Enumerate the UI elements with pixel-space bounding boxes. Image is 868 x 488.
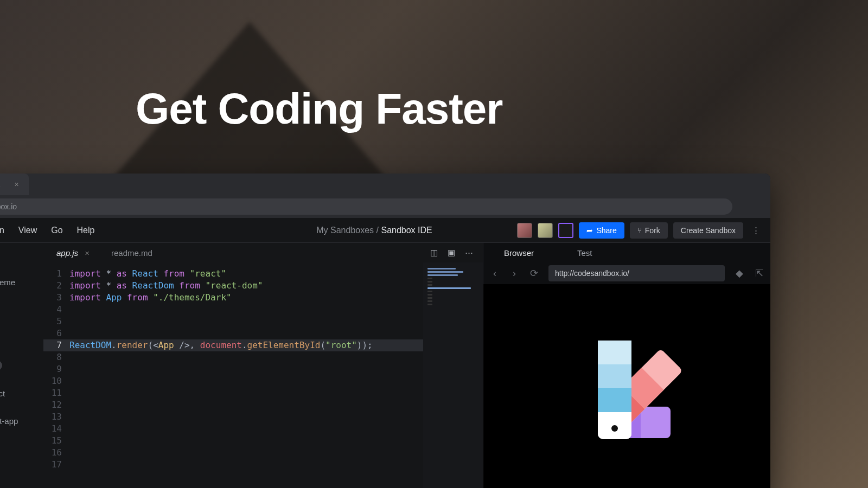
svg-rect-8 — [598, 388, 631, 412]
line-number: 1 — [43, 268, 69, 280]
code-line[interactable]: 17 — [43, 459, 423, 471]
svg-point-10 — [611, 425, 618, 432]
swatch-icon — [573, 337, 681, 446]
reload-icon[interactable]: ⟳ — [529, 267, 539, 279]
avatar[interactable] — [558, 223, 573, 238]
back-icon[interactable]: ‹ — [490, 268, 500, 279]
code-line[interactable]: 8 — [43, 351, 423, 363]
code-line[interactable]: 4 — [43, 304, 423, 316]
main-content: k Theme tie 234 React react-app app.js ×… — [0, 243, 770, 488]
code-line[interactable]: 6 — [43, 328, 423, 339]
menu-item[interactable]: ction — [0, 226, 4, 235]
fork-button[interactable]: ⑂ Fork — [630, 222, 668, 239]
code-line[interactable]: 11 — [43, 387, 423, 399]
code-line[interactable]: 2import * as ReactDom from "react-dom" — [43, 280, 423, 292]
line-number: 10 — [43, 375, 69, 387]
sidebar: k Theme tie 234 React react-app — [0, 243, 43, 488]
sidebar-item[interactable]: tie — [0, 305, 38, 314]
line-number: 8 — [43, 351, 69, 363]
menu-item[interactable]: View — [18, 226, 37, 235]
browser-tab[interactable]: box × — [0, 174, 29, 195]
toggle-switch[interactable] — [0, 361, 2, 370]
tab-label: app.js — [56, 248, 78, 258]
headline: Get Coding Faster — [136, 84, 502, 134]
avatar[interactable] — [517, 223, 532, 238]
address-text: dbox.io — [0, 202, 17, 211]
sidebar-template[interactable]: react-app — [0, 416, 38, 426]
tab-inactive[interactable]: readme.md — [111, 248, 152, 258]
line-number: 6 — [43, 328, 69, 339]
forward-icon[interactable]: › — [509, 268, 519, 279]
menu-bar: ction View Go Help — [0, 226, 94, 235]
close-icon[interactable]: × — [85, 248, 90, 258]
close-icon[interactable]: × — [15, 180, 19, 189]
code-line[interactable]: 9 — [43, 363, 423, 375]
fork-label: Fork — [645, 226, 660, 235]
browser-tabstrip: box × — [0, 174, 770, 195]
tab-test[interactable]: Test — [577, 248, 592, 258]
code-line[interactable]: 7ReactDOM.render(<App />, document.getEl… — [43, 339, 423, 351]
create-label: Create Sandbox — [681, 226, 736, 235]
menu-item[interactable]: Go — [51, 226, 62, 235]
preview-column: Browser Test ‹ › ⟳ http://codesandbox.io… — [483, 243, 770, 488]
code-line[interactable]: 5 — [43, 316, 423, 328]
breadcrumb: My Sandboxes / Sandbox IDE — [316, 226, 432, 235]
code-line[interactable]: 10 — [43, 375, 423, 387]
svg-rect-6 — [598, 341, 631, 364]
browser-tab-label: box — [0, 180, 1, 189]
line-number: 12 — [43, 399, 69, 411]
preview-url-bar[interactable]: http://codesandbox.io/ — [548, 265, 725, 281]
create-sandbox-button[interactable]: Create Sandbox — [673, 222, 743, 239]
code-line[interactable]: 16 — [43, 447, 423, 459]
sidebar-framework: React — [0, 389, 38, 398]
breadcrumb-parent[interactable]: My Sandboxes — [316, 226, 374, 235]
preview-nav: ‹ › ⟳ http://codesandbox.io/ ◆ ⇱ — [483, 262, 770, 284]
code-line[interactable]: 14 — [43, 423, 423, 435]
svg-rect-7 — [598, 364, 631, 388]
more-icon[interactable]: ⋮ — [749, 226, 763, 235]
preview-tabs: Browser Test — [483, 243, 770, 262]
share-icon: ➦ — [586, 226, 593, 235]
preview-body — [483, 284, 770, 488]
more-icon[interactable]: ⋯ — [465, 248, 473, 258]
share-label: Share — [596, 226, 616, 235]
grid-icon[interactable]: ◆ — [735, 267, 744, 279]
app-window: box × dbox.io ction View Go Help My Sand… — [0, 174, 770, 488]
code-line[interactable]: 13 — [43, 411, 423, 423]
code-editor[interactable]: 1import * as React from "react"2import *… — [43, 262, 423, 488]
line-number: 15 — [43, 435, 69, 447]
line-number: 9 — [43, 363, 69, 375]
avatar[interactable] — [538, 223, 553, 238]
code-line[interactable]: 12 — [43, 399, 423, 411]
line-number: 5 — [43, 316, 69, 328]
share-button[interactable]: ➦ Share — [579, 222, 624, 239]
line-number: 11 — [43, 387, 69, 399]
editor-column: app.js × readme.md ◫ ▣ ⋯ 1import * as Re… — [43, 243, 483, 488]
line-number: 16 — [43, 447, 69, 459]
layout-icon[interactable]: ▣ — [448, 248, 455, 258]
line-number: 7 — [43, 339, 69, 351]
tab-browser[interactable]: Browser — [504, 248, 534, 258]
split-icon[interactable]: ◫ — [430, 248, 438, 258]
code-line[interactable]: 1import * as React from "react" — [43, 268, 423, 280]
line-number: 2 — [43, 280, 69, 292]
breadcrumb-sep: / — [376, 226, 381, 235]
line-number: 4 — [43, 304, 69, 316]
line-number: 17 — [43, 459, 69, 471]
line-number: 3 — [43, 292, 69, 304]
address-bar[interactable]: dbox.io — [0, 198, 732, 215]
fork-icon: ⑂ — [637, 226, 642, 235]
line-number: 14 — [43, 423, 69, 435]
minimap[interactable] — [423, 262, 483, 488]
menu-item[interactable]: Help — [77, 226, 95, 235]
address-row: dbox.io — [0, 195, 770, 218]
breadcrumb-current: Sandbox IDE — [381, 226, 432, 235]
editor-tabs: app.js × readme.md ◫ ▣ ⋯ — [43, 243, 483, 262]
sidebar-theme[interactable]: k Theme — [0, 278, 38, 287]
tab-active[interactable]: app.js × — [56, 248, 90, 258]
line-number: 13 — [43, 411, 69, 423]
sidebar-count: 234 — [0, 333, 38, 342]
code-line[interactable]: 3import App from "./themes/Dark" — [43, 292, 423, 304]
code-line[interactable]: 15 — [43, 435, 423, 447]
popout-icon[interactable]: ⇱ — [754, 267, 764, 279]
